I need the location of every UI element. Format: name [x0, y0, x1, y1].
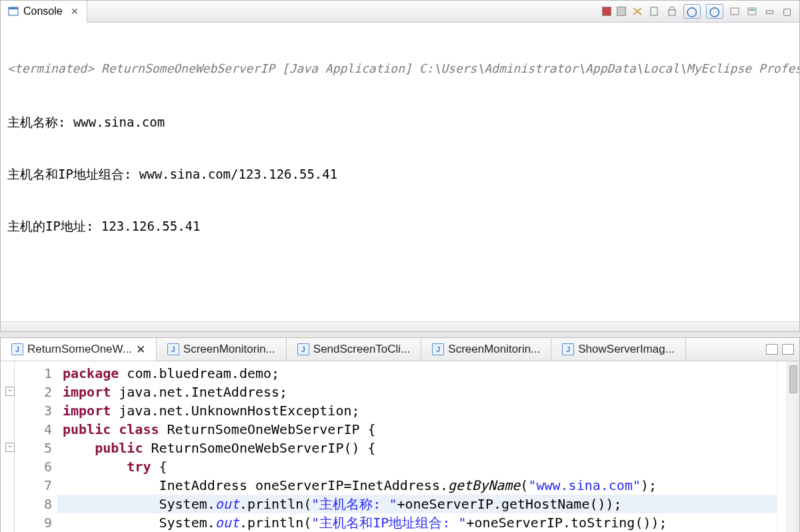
- line-number[interactable]: 5−: [15, 439, 52, 457]
- java-file-icon: J: [432, 343, 444, 355]
- overview-ruler[interactable]: [777, 361, 787, 532]
- line-number[interactable]: 3: [15, 401, 52, 420]
- vertical-scrollbar[interactable]: [787, 361, 799, 532]
- terminated-status-line: <terminated> ReturnSomeOneWebServerIP [J…: [7, 60, 793, 77]
- editor-tab-label: ShowServerImag...: [578, 343, 675, 356]
- horizontal-scrollbar[interactable]: [1, 321, 799, 331]
- terminate-icon[interactable]: [602, 7, 611, 16]
- console-line: 主机名称: www.sina.com: [7, 113, 793, 131]
- code-line[interactable]: import java.net.InetAddress;: [57, 383, 777, 401]
- code-editor[interactable]: 12−345−6789101112131415−161718 package c…: [1, 361, 799, 532]
- code-line[interactable]: public class ReturnSomeOneWebServerIP {: [57, 420, 777, 439]
- line-number[interactable]: 4: [15, 420, 52, 439]
- close-icon[interactable]: ✕: [136, 343, 145, 357]
- console-line: 主机的IP地址: 123.126.55.41: [7, 217, 793, 235]
- line-number[interactable]: 1: [15, 364, 52, 383]
- console-line: 主机名和IP地址组合: www.sina.com/123.126.55.41: [7, 165, 793, 183]
- svg-rect-5: [748, 8, 756, 15]
- code-line[interactable]: try {: [57, 457, 777, 476]
- fold-toggle-icon[interactable]: −: [5, 443, 15, 452]
- editor-panel: JReturnSomeOneW...✕JScreenMonitorin...JS…: [0, 337, 800, 532]
- console-tabbar: Console ✕ ◯ ◯ ▭ ▢: [1, 1, 799, 23]
- svg-rect-3: [669, 10, 675, 15]
- java-file-icon: J: [297, 343, 309, 355]
- code-area[interactable]: package com.bluedream.demo;import java.n…: [57, 361, 777, 532]
- svg-rect-6: [749, 9, 755, 11]
- editor-tab-label: SendScreenToCli...: [313, 343, 411, 356]
- java-file-icon: J: [11, 343, 23, 355]
- editor-tab-label: ReturnSomeOneW...: [27, 343, 132, 356]
- line-number[interactable]: 2−: [15, 383, 52, 401]
- remove-launch-icon[interactable]: [617, 7, 626, 16]
- line-number[interactable]: 7: [15, 476, 52, 495]
- code-line[interactable]: System.out.println("主机名称: "+oneServerIP.…: [57, 495, 777, 513]
- line-number[interactable]: 9: [15, 513, 52, 532]
- code-line[interactable]: public ReturnSomeOneWebServerIP() {: [57, 439, 777, 457]
- code-line[interactable]: InetAddress oneServerIP=InetAddress.getB…: [57, 476, 777, 495]
- editor-tab-label: ScreenMonitorin...: [183, 343, 275, 356]
- svg-rect-1: [9, 7, 18, 9]
- display-selected-icon[interactable]: [746, 5, 758, 17]
- console-toolbar: ◯ ◯ ▭ ▢: [602, 4, 799, 19]
- open-console-icon[interactable]: [729, 5, 741, 17]
- scroll-lock-icon[interactable]: [666, 5, 678, 17]
- line-number-gutter[interactable]: 12−345−6789101112131415−161718: [15, 361, 57, 532]
- code-line[interactable]: import java.net.UnknownHostException;: [57, 401, 777, 420]
- fold-toggle-icon[interactable]: −: [5, 387, 15, 396]
- line-number[interactable]: 6: [15, 457, 52, 476]
- editor-tab[interactable]: JShowServerImag...: [551, 338, 686, 361]
- maximize-editor-icon[interactable]: [782, 344, 794, 355]
- svg-rect-4: [731, 8, 739, 15]
- minimize-editor-icon[interactable]: [766, 344, 778, 355]
- java-file-icon: J: [167, 343, 179, 355]
- show-console-icon[interactable]: ◯: [683, 4, 701, 19]
- line-number[interactable]: 8: [15, 495, 52, 513]
- console-panel: Console ✕ ◯ ◯ ▭ ▢ <terminated> ReturnSom…: [0, 0, 800, 332]
- code-line[interactable]: System.out.println("主机名和IP地址组合: "+oneSer…: [57, 513, 777, 532]
- editor-tab[interactable]: JScreenMonitorin...: [421, 338, 551, 361]
- editor-tab-label: ScreenMonitorin...: [448, 343, 540, 356]
- svg-rect-2: [651, 7, 657, 15]
- tab-console[interactable]: Console ✕: [1, 1, 87, 23]
- editor-tab[interactable]: JScreenMonitorin...: [157, 338, 287, 361]
- remove-all-icon[interactable]: [631, 5, 643, 17]
- java-file-icon: J: [562, 343, 574, 355]
- console-tab-label: Console: [23, 5, 63, 17]
- close-icon[interactable]: ✕: [69, 6, 80, 17]
- editor-tab[interactable]: JSendScreenToCli...: [287, 338, 422, 361]
- editor-tabbar: JReturnSomeOneW...✕JScreenMonitorin...JS…: [1, 338, 799, 361]
- pin-console-icon[interactable]: ◯: [706, 4, 723, 19]
- maximize-icon[interactable]: ▢: [781, 5, 793, 17]
- clear-console-icon[interactable]: [649, 5, 661, 17]
- minimize-icon[interactable]: ▭: [763, 5, 775, 17]
- console-icon: [7, 5, 19, 17]
- scrollbar-thumb[interactable]: [789, 365, 797, 393]
- editor-tab[interactable]: JReturnSomeOneW...✕: [1, 338, 157, 361]
- code-line[interactable]: package com.bluedream.demo;: [57, 364, 777, 383]
- console-output[interactable]: <terminated> ReturnSomeOneWebServerIP [J…: [1, 23, 799, 321]
